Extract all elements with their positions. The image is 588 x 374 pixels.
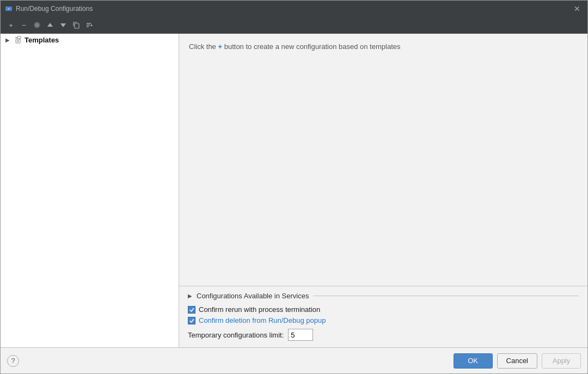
- svg-rect-4: [75, 23, 79, 28]
- copy-button[interactable]: [70, 19, 82, 31]
- hint-area: Click the + button to create a new confi…: [179, 34, 587, 286]
- footer-left: ?: [7, 355, 19, 367]
- right-panel: Click the + button to create a new confi…: [179, 34, 587, 347]
- move-up-button[interactable]: [44, 19, 56, 31]
- tree-expand-arrow[interactable]: ▶: [4, 36, 11, 44]
- checkbox-rerun-row: Confirm rerun with process termination: [188, 305, 579, 314]
- services-section[interactable]: ▶ Configurations Available in Services: [188, 292, 579, 300]
- ok-button[interactable]: OK: [454, 353, 493, 369]
- apply-button[interactable]: Apply: [542, 353, 581, 369]
- temp-limit-input[interactable]: [288, 329, 313, 341]
- hint-plus: +: [218, 42, 222, 51]
- checkbox-deletion[interactable]: [188, 317, 195, 324]
- edit-button[interactable]: [31, 19, 43, 31]
- bottom-section: ▶ Configurations Available in Services C…: [179, 286, 587, 347]
- templates-label: Templates: [24, 36, 59, 44]
- toolbar: + −: [1, 17, 587, 34]
- sort-button[interactable]: [83, 19, 95, 31]
- services-label: Configurations Available in Services: [197, 292, 309, 300]
- checkbox-rerun[interactable]: [188, 306, 195, 314]
- add-button[interactable]: +: [5, 19, 17, 31]
- footer-right: OK Cancel Apply: [454, 353, 581, 369]
- templates-icon: [14, 35, 22, 44]
- services-divider: [313, 296, 579, 296]
- checkbox-deletion-label: Confirm deletion from Run/Debug popup: [199, 316, 326, 324]
- checkbox-deletion-link: from Run/Debug popup: [252, 316, 326, 324]
- close-button[interactable]: ✕: [571, 3, 583, 15]
- dialog-icon: [5, 5, 13, 13]
- hint-prefix: Click the: [189, 42, 216, 51]
- checkbox-rerun-label: Confirm rerun with process termination: [199, 305, 320, 314]
- svg-marker-3: [60, 23, 66, 27]
- temp-limit-row: Temporary configurations limit:: [188, 329, 579, 341]
- checkbox-deletion-row: Confirm deletion from Run/Debug popup: [188, 316, 579, 324]
- temp-limit-label: Temporary configurations limit:: [188, 331, 284, 339]
- templates-tree-item[interactable]: ▶ Templates: [1, 34, 179, 46]
- cancel-button[interactable]: Cancel: [497, 353, 537, 369]
- svg-marker-8: [90, 24, 93, 26]
- main-content: ▶ Templates Click the + button to creat: [1, 34, 587, 347]
- move-down-button[interactable]: [57, 19, 69, 31]
- title-bar-left: Run/Debug Configurations: [5, 5, 93, 13]
- dialog-title: Run/Debug Configurations: [16, 5, 93, 13]
- run-debug-configurations-dialog: Run/Debug Configurations ✕ + −: [0, 0, 588, 374]
- hint-suffix: button to create a new configuration bas…: [224, 42, 401, 51]
- services-arrow-icon: ▶: [188, 293, 194, 299]
- svg-marker-2: [47, 23, 53, 27]
- remove-button[interactable]: −: [18, 19, 30, 31]
- title-bar: Run/Debug Configurations ✕: [1, 1, 587, 17]
- help-button[interactable]: ?: [7, 355, 19, 367]
- checkbox-deletion-text1: Confirm deletion: [199, 316, 250, 324]
- left-panel: ▶ Templates: [1, 34, 179, 347]
- footer: ? OK Cancel Apply: [1, 347, 587, 373]
